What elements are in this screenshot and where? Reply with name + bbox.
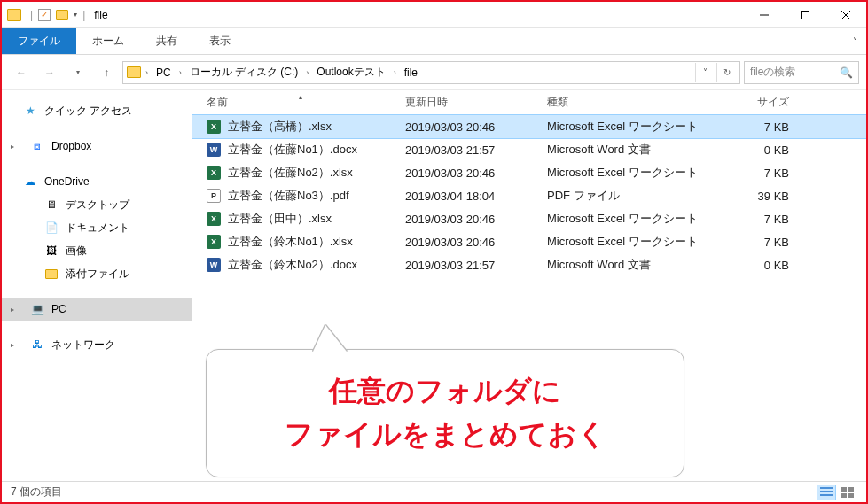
- nav-pictures[interactable]: 🖼 画像: [2, 239, 192, 262]
- nav-up-button[interactable]: ↑: [94, 60, 119, 85]
- search-input[interactable]: fileの検索 🔍: [744, 61, 859, 84]
- file-type: Microsoft Excel ワークシート: [547, 211, 724, 227]
- file-row[interactable]: X立替金（高橋）.xlsx2019/03/03 20:46Microsoft E…: [192, 115, 866, 138]
- nav-label: ドキュメント: [66, 221, 129, 236]
- xlsx-icon: X: [207, 166, 221, 180]
- folder-icon: [44, 267, 59, 281]
- file-date: 2019/03/03 20:46: [405, 213, 547, 226]
- svg-rect-9: [841, 493, 847, 498]
- crumb-folder2[interactable]: file: [401, 65, 421, 81]
- nav-dropbox[interactable]: ▸ ⧈ Dropbox: [2, 135, 192, 158]
- xlsx-icon: X: [207, 120, 221, 134]
- chevron-right-icon[interactable]: ▸: [11, 143, 20, 151]
- column-headers: 名前▴ 更新日時 種類 サイズ: [192, 90, 866, 115]
- nav-quick-access[interactable]: ★ クイック アクセス: [2, 99, 192, 122]
- qat-folder-icon[interactable]: [56, 10, 68, 20]
- file-type: Microsoft Word 文書: [547, 142, 724, 158]
- address-dropdown-icon[interactable]: ˅: [695, 63, 715, 82]
- file-row[interactable]: X立替金（田中）.xlsx2019/03/03 20:46Microsoft E…: [192, 207, 866, 230]
- qat-dropdown-icon[interactable]: ▾: [74, 11, 77, 19]
- ribbon-tab-share[interactable]: 共有: [140, 28, 193, 54]
- nav-recent-dropdown[interactable]: ▾: [66, 60, 90, 85]
- nav-label: デスクトップ: [66, 198, 129, 213]
- svg-rect-5: [820, 491, 833, 492]
- file-name: 立替金（高橋）.xlsx: [228, 119, 332, 135]
- svg-rect-7: [841, 487, 847, 492]
- nav-label: 画像: [66, 244, 87, 259]
- document-icon: 📄: [44, 221, 59, 235]
- file-date: 2019/03/03 20:46: [405, 120, 547, 134]
- nav-forward-button[interactable]: →: [37, 60, 62, 85]
- close-button[interactable]: [825, 2, 866, 28]
- titlebar: | ✓ ▾ | file: [2, 2, 866, 28]
- file-date: 2019/03/03 20:46: [405, 236, 547, 249]
- view-large-button[interactable]: [838, 485, 857, 500]
- nav-onedrive[interactable]: ☁ OneDrive: [2, 170, 192, 193]
- col-header-date[interactable]: 更新日時: [405, 95, 547, 110]
- search-placeholder: fileの検索: [750, 65, 795, 80]
- crumb-pc[interactable]: PC: [152, 65, 175, 81]
- col-header-type[interactable]: 種類: [547, 95, 724, 110]
- nav-documents[interactable]: 📄 ドキュメント: [2, 216, 192, 239]
- status-text: 7 個の項目: [11, 485, 62, 500]
- file-row[interactable]: W立替金（鈴木No2）.docx2019/03/03 21:57Microsof…: [192, 253, 866, 276]
- file-row[interactable]: W立替金（佐藤No1）.docx2019/03/03 21:57Microsof…: [192, 138, 866, 161]
- nav-back-button[interactable]: ←: [9, 60, 34, 85]
- address-refresh-icon[interactable]: ↻: [716, 63, 736, 82]
- file-type: Microsoft Word 文書: [547, 257, 724, 273]
- address-bar[interactable]: › PC › ローカル ディスク (C:) › Outlookテスト › fil…: [122, 61, 740, 84]
- nav-label: PC: [51, 303, 66, 315]
- svg-rect-4: [820, 487, 833, 489]
- file-row[interactable]: X立替金（佐藤No2）.xlsx2019/03/03 20:46Microsof…: [192, 161, 866, 184]
- docx-icon: W: [207, 258, 221, 272]
- chevron-right-icon[interactable]: ▸: [11, 341, 20, 349]
- address-bar-row: ← → ▾ ↑ › PC › ローカル ディスク (C:) › Outlookテ…: [2, 55, 866, 90]
- file-row[interactable]: X立替金（鈴木No1）.xlsx2019/03/03 20:46Microsof…: [192, 230, 866, 253]
- qat-separator-2: |: [82, 9, 85, 21]
- chevron-right-icon[interactable]: ▸: [11, 306, 20, 314]
- file-size: 7 KB: [724, 120, 800, 134]
- col-header-name[interactable]: 名前▴: [192, 95, 405, 110]
- quick-access-toolbar: | ✓ ▾ |: [30, 9, 85, 21]
- view-details-button[interactable]: [817, 485, 836, 500]
- file-date: 2019/03/03 21:57: [405, 143, 547, 157]
- xlsx-icon: X: [207, 235, 221, 249]
- file-size: 7 KB: [724, 236, 800, 249]
- nav-label: Dropbox: [51, 140, 91, 152]
- nav-attachments[interactable]: 添付ファイル: [2, 262, 192, 285]
- qat-checkbox-icon[interactable]: ✓: [38, 9, 51, 21]
- ribbon: ファイル ホーム 共有 表示 ˅: [2, 28, 866, 55]
- ribbon-tab-home[interactable]: ホーム: [76, 28, 140, 54]
- file-name: 立替金（佐藤No1）.docx: [228, 142, 357, 158]
- pictures-icon: 🖼: [44, 244, 59, 258]
- window-title: file: [94, 9, 107, 21]
- nav-network[interactable]: ▸ 🖧 ネットワーク: [2, 333, 192, 356]
- ribbon-expand-icon[interactable]: ˅: [844, 28, 866, 54]
- xlsx-icon: X: [207, 212, 221, 226]
- sort-indicator-up-icon: ▴: [299, 93, 302, 101]
- file-size: 39 KB: [724, 190, 800, 203]
- nav-pc[interactable]: ▸ 💻 PC: [2, 298, 192, 321]
- crumb-chevron-icon[interactable]: ›: [143, 68, 151, 77]
- crumb-disk[interactable]: ローカル ディスク (C:): [186, 63, 302, 81]
- file-type: Microsoft Excel ワークシート: [547, 119, 724, 135]
- file-name: 立替金（佐藤No3）.pdf: [228, 188, 349, 204]
- crumb-chevron-icon[interactable]: ›: [303, 68, 311, 77]
- file-type: PDF ファイル: [547, 188, 724, 204]
- minimize-button[interactable]: [744, 2, 785, 28]
- crumb-chevron-icon[interactable]: ›: [176, 68, 184, 77]
- col-header-size[interactable]: サイズ: [724, 95, 800, 110]
- ribbon-tab-file[interactable]: ファイル: [2, 28, 76, 54]
- nav-label: OneDrive: [44, 175, 90, 188]
- nav-desktop[interactable]: 🖥 デスクトップ: [2, 193, 192, 216]
- ribbon-tab-view[interactable]: 表示: [193, 28, 246, 54]
- file-row[interactable]: P立替金（佐藤No3）.pdf2019/03/04 18:04PDF ファイル3…: [192, 184, 866, 207]
- qat-separator: |: [30, 9, 33, 21]
- callout-tail: [313, 325, 347, 352]
- dropbox-icon: ⧈: [30, 139, 44, 153]
- crumb-folder1[interactable]: Outlookテスト: [313, 63, 388, 81]
- crumb-chevron-icon[interactable]: ›: [391, 68, 399, 77]
- maximize-button[interactable]: [785, 2, 825, 28]
- file-name: 立替金（鈴木No2）.docx: [228, 257, 357, 273]
- folder-icon: [7, 9, 21, 21]
